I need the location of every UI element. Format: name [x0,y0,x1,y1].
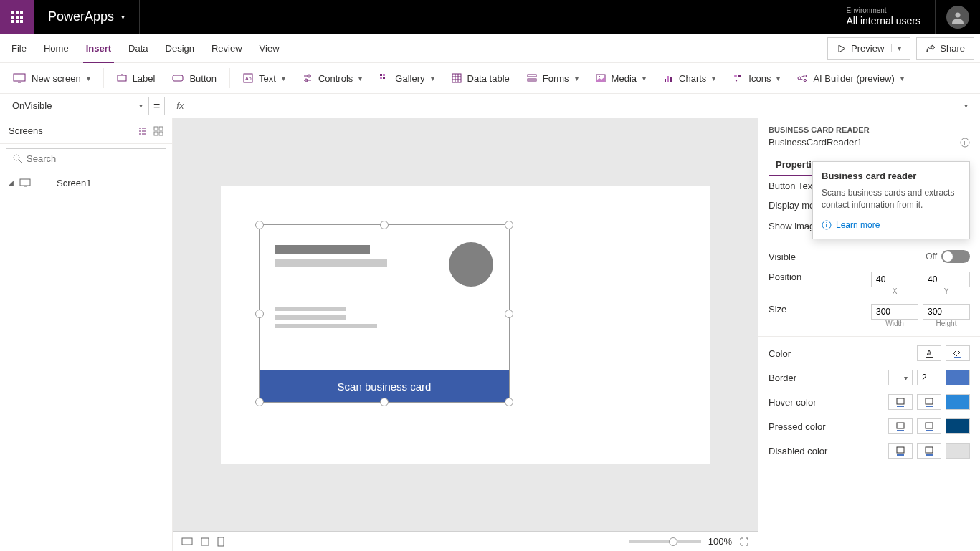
property-dropdown[interactable]: OnVisible ▾ [6,97,149,115]
ribbon-media[interactable]: Media ▾ [589,67,653,90]
share-icon [926,44,936,54]
chevron-down-icon: ▾ [900,75,904,82]
chevron-down-icon: ▾ [642,75,646,82]
hover-text-color[interactable] [888,394,913,410]
menu-view[interactable]: View [251,34,288,63]
pressed-text-color[interactable] [888,418,913,434]
device-phone-icon[interactable] [217,537,224,547]
formula-input[interactable]: fx ▾ [164,97,974,115]
card-preview [260,225,509,370]
ribbon-text[interactable]: Ab Text ▾ [236,67,292,90]
zoom-slider[interactable] [629,540,701,543]
zoom-value: 100% [708,536,732,547]
svg-rect-29 [738,75,741,77]
x-label: X [871,287,918,295]
menu-design[interactable]: Design [157,34,203,63]
chevron-down-icon: ▾ [431,75,434,82]
resize-handle-s[interactable] [380,398,389,406]
resize-handle-sw[interactable] [255,398,264,406]
ribbon-controls[interactable]: Controls ▾ [295,67,369,90]
menu-file[interactable]: File [3,34,35,63]
svg-rect-54 [926,357,933,358]
ribbon-ai-builder[interactable]: AI Builder (preview) ▾ [790,67,910,90]
menu-review[interactable]: Review [203,34,251,63]
prop-divider [758,336,980,337]
share-label: Share [940,43,965,54]
ribbon-data-table[interactable]: Data table [444,67,517,90]
panel-title-label: BUSINESS CARD READER [769,125,870,134]
pressed-border-color[interactable] [917,418,941,434]
canvas-area: Scan business card 100% [173,118,758,551]
hover-fill-swatch[interactable] [946,394,970,410]
ribbon-icons[interactable]: Icons ▾ [726,67,787,90]
business-card-reader-control[interactable]: Scan business card [259,224,510,403]
border-width-input[interactable] [917,370,941,385]
user-avatar[interactable] [946,6,969,29]
svg-rect-49 [182,538,192,545]
hover-border-color[interactable] [917,394,941,410]
panel-subtitle: BusinessCardReader1 [769,137,862,148]
svg-rect-27 [670,77,672,82]
device-desktop-icon[interactable] [181,537,193,546]
ribbon-forms[interactable]: Forms ▾ [520,67,586,90]
pressed-fill-swatch[interactable] [946,418,970,434]
ribbon-label[interactable]: Label [110,67,163,90]
search-input[interactable] [27,153,160,164]
ribbon-gallery[interactable]: Gallery ▾ [372,67,441,90]
border-style-select[interactable]: ▾ [888,370,913,385]
ribbon-divider [103,68,104,88]
app-title[interactable]: PowerApps ▾ [34,9,139,24]
share-button[interactable]: Share [916,37,974,60]
search-box[interactable] [6,148,166,168]
svg-point-24 [599,76,600,77]
position-x-input[interactable] [871,272,918,287]
border-color-swatch[interactable] [946,370,970,385]
collapse-icon[interactable]: ◢ [9,179,14,186]
disabled-fill-swatch[interactable] [946,443,970,459]
ribbon-button[interactable]: Button [165,67,224,90]
fill-color-button[interactable] [946,345,970,361]
tree-item-screen1[interactable]: ◢ Screen1 [0,173,172,193]
info-icon[interactable]: i [960,138,970,148]
environment-selector[interactable]: Environment All internal users [832,6,936,27]
tree-view-icon[interactable] [138,126,148,136]
svg-rect-50 [201,538,209,545]
grid-view-icon[interactable] [153,126,163,136]
prop-position-label: Position [769,272,801,282]
card-placeholder-bar [275,315,346,320]
tooltip-title: Business card reader [822,171,961,181]
preview-button[interactable]: Preview ▾ [827,37,910,60]
height-label: Height [923,320,970,327]
svg-text:Ab: Ab [245,76,252,81]
app-launcher-button[interactable] [0,0,34,34]
screen-icon [19,178,31,187]
position-y-input[interactable] [923,272,970,287]
chevron-down-icon[interactable]: ▾ [964,102,968,110]
canvas-screen[interactable]: Scan business card [221,186,710,464]
fill-color-icon [953,348,963,358]
menu-home[interactable]: Home [35,34,77,63]
canvas-viewport[interactable]: Scan business card [173,118,758,531]
text-color-button[interactable] [917,345,941,361]
screen-name: Screen1 [57,178,91,188]
visible-toggle[interactable] [941,250,970,263]
device-tablet-icon[interactable] [200,537,210,546]
disabled-text-color[interactable] [888,443,913,459]
zoom-slider-thumb[interactable] [669,537,677,546]
chevron-down-icon[interactable]: ▾ [891,44,901,52]
header-divider [935,0,936,34]
size-width-input[interactable] [871,304,918,320]
svg-rect-61 [897,430,904,431]
resize-handle-se[interactable] [505,398,513,406]
ribbon-new-screen[interactable]: New screen ▾ [6,67,97,90]
prop-visible-label: Visible [769,251,796,262]
ribbon-charts[interactable]: Charts ▾ [656,67,723,90]
learn-more-link[interactable]: i Learn more [822,220,961,230]
fit-to-screen-icon[interactable] [739,537,749,547]
border-color-icon [895,397,905,407]
size-height-input[interactable] [923,304,970,320]
menu-data[interactable]: Data [120,34,156,63]
svg-rect-21 [528,75,536,77]
disabled-border-color[interactable] [917,443,941,459]
menu-insert[interactable]: Insert [77,34,120,63]
